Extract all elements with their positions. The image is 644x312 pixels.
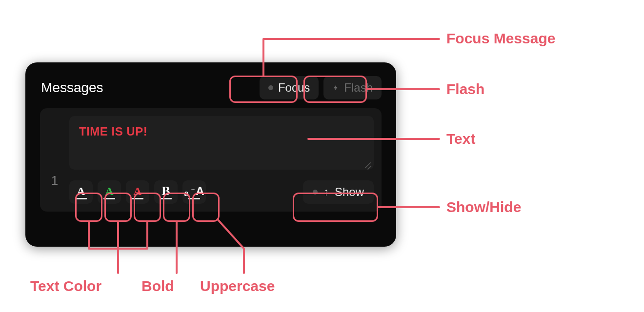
underline-icon [132, 198, 143, 199]
bold-button[interactable]: B [154, 180, 178, 204]
text-color-white-button[interactable]: A [69, 180, 93, 204]
arrow-right-icon: → [190, 186, 196, 192]
annotation-uppercase: Uppercase [200, 278, 275, 294]
flash-button[interactable]: Flash [323, 76, 382, 99]
uppercase-button[interactable]: a→A [182, 180, 206, 204]
format-group: A A A B [69, 180, 206, 204]
message-block: 1 A A [40, 108, 382, 212]
annotation-text: Text [446, 131, 475, 147]
annotation-text-color: Text Color [30, 278, 101, 294]
show-hide-button[interactable]: ↑ Show [303, 180, 374, 204]
focus-button[interactable]: Focus [260, 76, 319, 99]
arrow-up-icon: ↑ [323, 186, 329, 198]
letter-a-icon: A [133, 185, 141, 198]
case-big-letter: A [196, 184, 204, 198]
messages-panel: Messages Focus Flash 1 [25, 62, 396, 247]
annotation-bold: Bold [141, 278, 174, 294]
message-row: 1 A A [25, 108, 396, 212]
case-small-letter: a [184, 189, 188, 198]
underline-icon [160, 198, 172, 199]
letter-a-icon: A [105, 185, 113, 198]
flash-button-label: Flash [344, 81, 373, 95]
message-controls: A A A B [69, 180, 374, 204]
header-buttons: Focus Flash [260, 76, 382, 99]
panel-title: Messages [41, 80, 103, 96]
underline-icon [103, 198, 115, 199]
bolt-icon [332, 82, 339, 93]
uppercase-icon: a→A [184, 184, 204, 198]
annotation-show-hide: Show/Hide [446, 199, 521, 215]
underline-icon [188, 198, 200, 199]
annotation-flash: Flash [446, 81, 484, 98]
underline-icon [75, 198, 87, 199]
text-color-green-button[interactable]: A [98, 180, 121, 204]
letter-a-icon: A [77, 185, 85, 198]
text-color-red-button[interactable]: A [126, 180, 149, 204]
annotation-focus-message: Focus Message [446, 30, 555, 47]
bold-icon: B [161, 184, 170, 198]
message-index: 1 [40, 108, 69, 212]
message-text-input[interactable] [69, 116, 374, 170]
focus-button-label: Focus [278, 81, 310, 95]
status-dot-icon [268, 85, 273, 90]
show-button-label: Show [335, 185, 364, 199]
status-dot-icon [313, 190, 318, 195]
textarea-wrap [69, 116, 374, 172]
panel-header: Messages Focus Flash [25, 62, 396, 108]
